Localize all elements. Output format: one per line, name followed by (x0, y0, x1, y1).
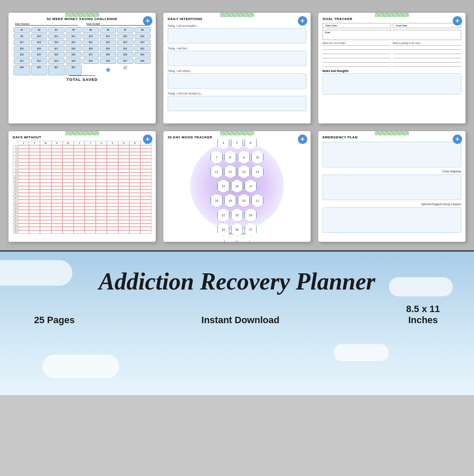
day-row: 23 (13, 220, 151, 224)
goal-date-box: Goal Date (393, 23, 461, 28)
total-line (69, 75, 95, 76)
hex-11: 11 (211, 165, 223, 178)
money-cell: $14 (100, 34, 117, 39)
washi-tape-1 (65, 13, 99, 17)
money-cell: $15 (117, 34, 134, 39)
goal-line (323, 50, 391, 54)
day-row: 2 (13, 149, 151, 152)
bottom-stats-row: 25 Pages Instant Download 8.5 x 11 Inche… (26, 304, 448, 326)
hex-14: 14 (251, 165, 263, 178)
money-cell: $39 (117, 52, 134, 57)
add-button-5[interactable]: + (298, 135, 307, 144)
emergency-main-box (323, 142, 461, 167)
mood-tracker-card: + 30 DAY MOOD TRACKER 1 2 3 4 5 6 7 8 9 … (163, 131, 311, 242)
daily-item-2: Today, I will feel... (168, 47, 306, 50)
cloud-decoration-2 (389, 277, 453, 296)
money-cell: $22 (100, 40, 117, 45)
goal-tracker-card: + GOAL TRACKER Start Date Goal Date Goal… (318, 13, 465, 123)
day-row: 13 (13, 186, 151, 189)
add-button-6[interactable]: + (453, 135, 462, 144)
cloud-decoration-4 (334, 344, 389, 361)
add-button-4[interactable]: + (143, 135, 152, 144)
hex-row-7: 18 19 20 21 (210, 194, 264, 207)
sparkle-icon: /// (117, 65, 134, 76)
goal-line (323, 58, 391, 63)
money-cell: $24 (134, 40, 151, 45)
money-dates-row: Date Started Date Ended (13, 23, 151, 26)
money-cell: $23 (117, 40, 134, 45)
daily-item-3: Today, I will attract... (168, 69, 306, 72)
money-cell: $7 (117, 27, 134, 33)
add-button-2[interactable]: + (298, 16, 307, 26)
goal-line (393, 63, 461, 67)
goal-dates-row: Start Date Goal Date (323, 23, 461, 28)
washi-tape-3 (375, 13, 409, 17)
money-cell: $36 (66, 52, 82, 57)
hex-27: 27 (245, 223, 257, 236)
money-cell: $41 (14, 58, 30, 64)
pages-stat: 25 Pages (34, 315, 74, 326)
month-header-j: J (18, 141, 29, 145)
daily-box-2 (168, 51, 306, 66)
hex-15: 15 (217, 179, 229, 193)
hex-row-3: 4 5 6 (217, 136, 257, 149)
hex-4: 4 (217, 136, 229, 149)
money-cell: $8 (134, 27, 151, 33)
money-cell: $32 (134, 46, 151, 52)
day-row: 4 (13, 155, 151, 159)
goal-field: Goal (323, 30, 461, 40)
daily-item-1: Today, I will accomplish... (168, 24, 306, 27)
washi-tape-2 (220, 13, 254, 17)
money-cell: $42 (31, 58, 48, 64)
bottom-section: Addiction Recovery Planner 25 Pages Inst… (0, 250, 474, 395)
hex-17: 17 (245, 179, 257, 193)
money-cell: $1 (14, 27, 30, 33)
cloud-decoration-1 (0, 260, 72, 286)
hex-6: 6 (245, 136, 257, 149)
money-cell: $10 (31, 34, 48, 39)
money-cell: $27 (48, 46, 65, 52)
money-cell: $13 (83, 34, 99, 39)
money-cell: $31 (117, 46, 134, 52)
hex-row-9: 25 26 27 (217, 223, 257, 236)
money-cell: $50 (31, 65, 48, 76)
money-cell-empty (134, 65, 151, 76)
goal-col-help: What can I do to help? (323, 42, 391, 67)
add-button-3[interactable]: + (453, 16, 462, 26)
star-icon: ★ (100, 65, 117, 76)
day-row: 18 (13, 203, 151, 206)
money-cell: $9 (14, 34, 30, 39)
day-row: 17 (13, 200, 151, 203)
day-row: 25 (13, 227, 151, 230)
day-row: 7 (13, 166, 151, 169)
days-title: DAYS WITHOUT (13, 135, 151, 139)
month-header-f: F (29, 141, 40, 145)
money-cell: $30 (100, 46, 117, 52)
month-header-j3: J (85, 141, 96, 145)
hex-10: 10 (251, 150, 263, 164)
goal-line (393, 46, 461, 50)
daily-box-4 (168, 96, 306, 111)
add-button-1[interactable]: + (143, 16, 152, 26)
day-row: 8 (13, 169, 151, 172)
daily-intentions-card: + DAILY INTENTIONS Today, I will accompl… (163, 13, 311, 123)
hex-7: 7 (211, 150, 223, 164)
date-ended-label: Date Ended (86, 23, 149, 26)
days-header-spacer (13, 141, 18, 145)
money-cell: $6 (100, 27, 117, 33)
hex-8: 8 (224, 150, 236, 164)
money-cell: $12 (66, 34, 82, 39)
goal-line (323, 63, 391, 67)
help-lines (323, 45, 391, 67)
day-row: 5 (13, 159, 151, 162)
money-cell: $38 (100, 52, 117, 57)
hex-5: 5 (231, 136, 243, 149)
hex-row-10: 28 29 (223, 237, 251, 242)
money-cells-grid: $1 $2 $3 $4 $5 $6 $7 $8 $9 $10 $11 $12 $… (13, 27, 151, 75)
hex-19: 19 (224, 194, 236, 207)
size-stat: 8.5 x 11 Inches (406, 304, 440, 326)
hex-13: 13 (238, 165, 250, 178)
money-cell: $28 (66, 46, 82, 52)
goal-line (393, 54, 461, 58)
daily-title: DAILY INTENTIONS (168, 17, 306, 21)
